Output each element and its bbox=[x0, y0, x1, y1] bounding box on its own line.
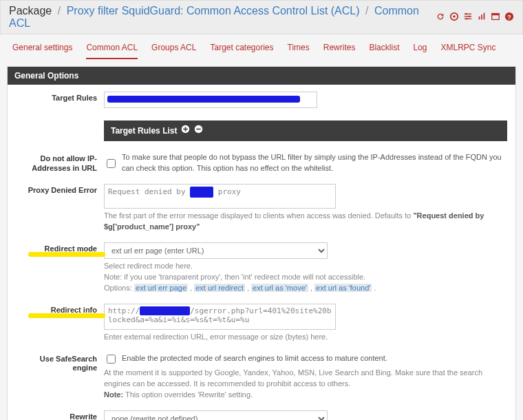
svg-rect-9 bbox=[481, 14, 482, 19]
tab-blacklist[interactable]: Blacklist bbox=[369, 43, 399, 59]
redirect-mode-select[interactable]: ext url err page (enter URL) bbox=[104, 242, 328, 259]
svg-text:?: ? bbox=[507, 13, 511, 20]
svg-rect-4 bbox=[465, 18, 472, 19]
redirect-info-textarea[interactable]: http://xxxxxxxxxxx/sgerror.php?url=401%2… bbox=[104, 304, 336, 330]
svg-point-5 bbox=[465, 12, 467, 14]
target-rules-input[interactable] bbox=[104, 92, 317, 108]
refresh-icon[interactable] bbox=[436, 12, 445, 23]
tab-rewrites[interactable]: Rewrites bbox=[323, 43, 356, 59]
svg-rect-19 bbox=[197, 129, 202, 130]
redacted: xxxxxxxxxxx bbox=[140, 306, 190, 315]
svg-rect-3 bbox=[465, 16, 472, 17]
proxy-denied-help: The first part of the error message disp… bbox=[104, 211, 507, 233]
target-rules-list-header[interactable]: Target Rules List bbox=[104, 120, 507, 141]
minus-icon[interactable] bbox=[194, 125, 203, 137]
svg-rect-17 bbox=[184, 129, 189, 130]
safesearch-help: At the moment it is supported by Google,… bbox=[104, 368, 507, 401]
svg-point-7 bbox=[466, 17, 468, 19]
proxy-denied-textarea[interactable]: Request denied by xxxx proxy bbox=[104, 184, 336, 209]
header-actions: ? bbox=[436, 12, 514, 23]
safesearch-label: Use SafeSearch engine bbox=[16, 353, 104, 372]
breadcrumb-mid[interactable]: Proxy filter SquidGuard: Common Access C… bbox=[67, 5, 360, 17]
tab-general-settings[interactable]: General settings bbox=[12, 43, 72, 59]
redirect-mode-label: Redirect mode bbox=[16, 242, 104, 253]
window-icon[interactable] bbox=[491, 12, 500, 23]
svg-rect-12 bbox=[492, 13, 500, 15]
help-icon[interactable]: ? bbox=[504, 12, 514, 23]
svg-rect-10 bbox=[484, 12, 485, 19]
sliders-icon[interactable] bbox=[463, 12, 473, 23]
breadcrumb-root: Package bbox=[9, 5, 52, 17]
panel-title: General Options bbox=[8, 67, 515, 85]
tab-groups-acl[interactable]: Groups ACL bbox=[151, 43, 196, 59]
rewrite-label: Rewrite bbox=[16, 410, 104, 420]
no-ip-checkbox[interactable] bbox=[107, 159, 116, 168]
tab-common-acl[interactable]: Common ACL bbox=[86, 43, 138, 59]
svg-rect-8 bbox=[479, 17, 480, 19]
tab-log[interactable]: Log bbox=[413, 43, 427, 59]
safesearch-checkbox[interactable] bbox=[107, 355, 116, 364]
tab-xmlrpc-sync[interactable]: XMLRPC Sync bbox=[441, 43, 496, 59]
redirect-info-label: Redirect info bbox=[16, 304, 104, 315]
safesearch-text: Enable the protected mode of search engi… bbox=[122, 353, 387, 364]
tab-target-categories[interactable]: Target categories bbox=[210, 43, 273, 59]
redirect-info-help: Enter external redirection URL, error me… bbox=[104, 332, 507, 343]
stats-icon[interactable] bbox=[477, 12, 487, 23]
target-rules-label: Target Rules bbox=[16, 92, 104, 103]
svg-point-6 bbox=[468, 15, 470, 17]
no-ip-text: To make sure that people do not bypass t… bbox=[122, 152, 507, 174]
rewrite-select[interactable]: none (rewrite not defined) bbox=[104, 410, 328, 420]
plus-icon[interactable] bbox=[181, 125, 190, 137]
tabs: General settings Common ACL Groups ACL T… bbox=[0, 34, 523, 59]
breadcrumb: Package / Proxy filter SquidGuard: Commo… bbox=[9, 5, 436, 30]
proxy-denied-label: Proxy Denied Error bbox=[16, 184, 104, 195]
no-ip-label: Do not allow IP-Addresses in URL bbox=[16, 152, 104, 172]
redacted: xxxx bbox=[190, 187, 213, 198]
svg-point-1 bbox=[453, 15, 456, 18]
redirect-mode-help: Select redirect mode here. Note: if you … bbox=[104, 261, 507, 294]
general-options-panel: General Options Target Rules Target Rule… bbox=[7, 66, 516, 420]
tab-times[interactable]: Times bbox=[288, 43, 310, 59]
redacted bbox=[107, 96, 300, 103]
breadcrumb-bar: Package / Proxy filter SquidGuard: Commo… bbox=[0, 0, 523, 34]
record-icon[interactable] bbox=[449, 12, 459, 23]
